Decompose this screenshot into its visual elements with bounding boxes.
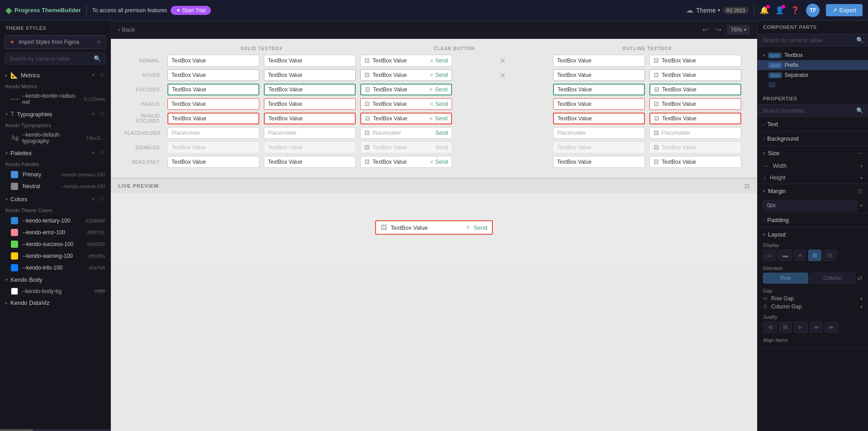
textbox-invalid-focused[interactable]: 🖼TextBox Value✕Send xyxy=(360,113,452,124)
justify-space-between-btn[interactable]: ⇹ xyxy=(810,322,823,333)
comp-search-input[interactable] xyxy=(762,37,854,43)
textbox-placeholder[interactable]: Placeholder xyxy=(264,127,356,139)
typo-default[interactable]: Ag --kendo-default-typography 14px/1... xyxy=(0,130,110,146)
textbox-focused[interactable]: 🖼TextBox Value✕Send xyxy=(360,84,452,95)
textbox-hover[interactable]: 🖼TextBox Value✕Send xyxy=(360,69,452,81)
metric-border-radius[interactable]: ⟷ --kendo-border-radius-md 0.125rem xyxy=(0,91,110,107)
props-search[interactable]: 🔍 xyxy=(758,104,868,117)
textbox-placeholder[interactable]: 🖼PlaceholderSend xyxy=(360,127,452,139)
textbox-invalid[interactable]: 🖼TextBox Value✕Send xyxy=(360,98,452,110)
color-item[interactable]: --kendo-error-100 #f58791 xyxy=(0,227,110,238)
margin-value[interactable]: 0px xyxy=(763,200,858,211)
textbox-normal[interactable]: 🖼TextBox Value xyxy=(649,55,741,66)
send-btn[interactable]: Send xyxy=(435,86,448,93)
size-section-header[interactable]: ▾ Size ⋯ xyxy=(758,146,868,160)
theme-label[interactable]: Theme ▾ xyxy=(696,7,720,14)
sidebar-item-typographies[interactable]: ▾ T Typographies ＋ ☆ xyxy=(0,107,110,121)
background-section-header[interactable]: › Background xyxy=(758,132,868,146)
display-text-btn[interactable]: A xyxy=(794,250,806,261)
color-item[interactable]: --kendo-info-100 #0a7eff xyxy=(0,262,110,274)
display-grid-btn[interactable]: ⊟ xyxy=(823,250,836,261)
clear-icon[interactable]: ✕ xyxy=(429,72,434,78)
live-preview-popup-icon[interactable]: ⊡ xyxy=(744,182,750,189)
textbox-invalid-focused[interactable]: TextBox Value xyxy=(167,113,259,124)
clear-icon[interactable]: ✕ xyxy=(429,87,433,93)
row-gap-chevron[interactable]: ▾ xyxy=(860,296,863,301)
undo-button[interactable]: ↩ xyxy=(701,24,710,35)
justify-end-btn[interactable]: ⫸ xyxy=(794,322,808,333)
textbox-invalid-focused[interactable]: 🖼TextBox Value xyxy=(649,113,741,124)
text-section-header[interactable]: › Text xyxy=(758,117,868,131)
textbox-focused[interactable]: TextBox Value xyxy=(167,84,259,95)
typo-add-icon[interactable]: ＋ xyxy=(90,110,96,118)
justify-start-btn[interactable]: ⫷ xyxy=(763,322,777,333)
column-direction-btn[interactable]: Column xyxy=(810,273,855,284)
sidebar-item-metrics[interactable]: ▸ 📐 Metrics ＋ ☆ xyxy=(0,68,110,82)
user-avatar[interactable]: TF xyxy=(806,4,820,17)
textbox-invalid[interactable]: TextBox Value xyxy=(553,98,645,110)
justify-space-around-btn[interactable]: ⇺ xyxy=(825,322,838,333)
color-item[interactable]: --kendo-tertiary-100 #2b88d8 xyxy=(0,215,110,227)
live-textbox[interactable]: 🖼 TextBox Value ✕ Send xyxy=(375,220,493,235)
sidebar-search-input[interactable] xyxy=(10,56,91,62)
clear-icon[interactable]: ✕ xyxy=(429,159,434,165)
colors-add-icon[interactable]: ＋ xyxy=(90,195,96,203)
live-tb-clear-icon[interactable]: ✕ xyxy=(466,224,470,231)
palettes-star-icon[interactable]: ☆ xyxy=(99,149,105,157)
sidebar-item-kendo-body[interactable]: ▾ Kendo Body xyxy=(0,274,110,286)
margin-section-header[interactable]: ▾ Margin ⊡ xyxy=(758,184,868,198)
version-badge[interactable]: R2 2023 xyxy=(723,7,749,14)
sidebar-item-palettes[interactable]: ▾ Palettes ＋ ☆ xyxy=(0,146,110,160)
justify-center-btn[interactable]: ⊞ xyxy=(779,322,792,333)
canvas-body[interactable]: SOLID TEXTBOX CLEAR BUTTON OUTLINE TEXTB… xyxy=(111,39,757,431)
palettes-add-icon[interactable]: ＋ xyxy=(90,149,96,157)
textbox-invalid[interactable]: 🖼TextBox Value xyxy=(649,98,741,110)
comp-search[interactable]: 🔍 xyxy=(758,34,868,47)
send-btn[interactable]: Send xyxy=(435,159,448,165)
tree-input[interactable]: ... xyxy=(758,80,868,90)
textbox-placeholder[interactable]: Placeholder xyxy=(553,127,645,139)
col-gap-chevron[interactable]: ▾ xyxy=(860,304,863,309)
body-bg[interactable]: --kendo-body-bg #ffffff xyxy=(0,286,110,297)
textbox-invalid-focused[interactable]: TextBox Value xyxy=(553,113,645,124)
colors-star-icon[interactable]: ☆ xyxy=(99,195,105,203)
size-more-icon[interactable]: ⋯ xyxy=(857,150,863,156)
sidebar-scrollbar[interactable] xyxy=(0,429,110,431)
textbox-placeholder[interactable]: Placeholder xyxy=(167,127,259,139)
direction-swap-icon[interactable]: ⇄ xyxy=(857,275,863,282)
textbox-normal[interactable]: TextBox Value xyxy=(264,55,356,66)
display-inline-btn[interactable]: ▬ xyxy=(778,250,792,261)
sidebar-item-colors[interactable]: ▾ Colors ＋ ☆ xyxy=(0,192,110,206)
textbox-hover[interactable]: TextBox Value xyxy=(553,69,645,81)
trial-button[interactable]: ✦ Start Trial xyxy=(171,6,211,15)
tree-separator[interactable]: span Separator xyxy=(758,70,868,80)
sidebar-item-dataviz[interactable]: ▸ Kendo DataViz xyxy=(0,297,110,309)
clear-icon[interactable]: ✕ xyxy=(429,116,433,122)
figma-close-icon[interactable]: ✕ xyxy=(96,39,101,45)
display-flex-btn[interactable]: ⊞ xyxy=(808,250,821,261)
props-search-input[interactable] xyxy=(762,108,854,114)
send-btn[interactable]: Send xyxy=(435,101,448,107)
row-direction-btn[interactable]: Row xyxy=(763,273,808,284)
textbox-invalid-focused[interactable]: TextBox Value xyxy=(264,113,356,124)
typo-star-icon[interactable]: ☆ xyxy=(99,110,105,118)
textbox-hover[interactable]: 🖼TextBox Value xyxy=(649,69,741,81)
textbox-hover[interactable]: TextBox Value xyxy=(264,69,356,81)
color-item[interactable]: --kendo-warning-100 #ffc80a xyxy=(0,250,110,262)
textbox-normal[interactable]: 🖼TextBox Value✕Send xyxy=(360,55,452,66)
send-btn[interactable]: Send xyxy=(435,57,448,64)
palette-primary[interactable]: Primary --kendo-primary-100 xyxy=(0,169,110,180)
send-btn[interactable]: Send xyxy=(435,72,448,78)
redo-button[interactable]: ↪ xyxy=(714,24,723,35)
margin-expand-icon[interactable]: ⊡ xyxy=(858,188,863,194)
layout-section-header[interactable]: ▾ Layout xyxy=(758,227,868,242)
textbox-invalid[interactable]: TextBox Value xyxy=(264,98,356,110)
figma-import-bar[interactable]: ✦ Import Styles from Figma ✕ xyxy=(5,35,106,49)
textbox-placeholder[interactable]: 🖼Placeholder xyxy=(649,127,741,139)
textbox-hover[interactable]: TextBox Value xyxy=(167,69,259,81)
send-btn[interactable]: Send xyxy=(435,130,448,136)
textbox-normal[interactable]: TextBox Value xyxy=(553,55,645,66)
textbox-focused[interactable]: TextBox Value xyxy=(264,84,356,95)
clear-icon[interactable]: ✕ xyxy=(429,58,434,64)
notifications-icon[interactable]: 🔔 xyxy=(760,6,769,14)
